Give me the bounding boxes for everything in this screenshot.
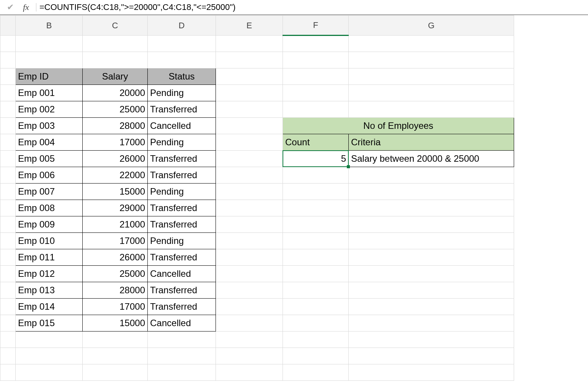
col-header-B[interactable]: B [16, 16, 83, 36]
cell-C18[interactable]: 15000 [83, 316, 147, 330]
cell-D13[interactable]: Pending [148, 234, 216, 248]
col-header-C[interactable]: C [83, 16, 148, 36]
cell-B6[interactable]: Emp 003 [16, 119, 82, 133]
cell-B12[interactable]: Emp 009 [16, 218, 82, 231]
cell-D5[interactable]: Transferred [148, 102, 216, 116]
cell-C3[interactable]: Salary [83, 70, 147, 83]
cell-F6[interactable]: No of Employees [283, 119, 514, 133]
cell-B5[interactable]: Emp 002 [16, 102, 82, 116]
cell-D3[interactable]: Status [148, 70, 216, 83]
spreadsheet-grid[interactable]: B C D E F G Emp ID Salary Status Emp 001… [0, 15, 588, 381]
cell-B8[interactable]: Emp 005 [16, 152, 82, 166]
cell-C10[interactable]: 15000 [83, 185, 147, 198]
cell-D12[interactable]: Transferred [148, 218, 216, 231]
cell-C15[interactable]: 25000 [83, 267, 147, 281]
col-header-E[interactable]: E [216, 16, 283, 36]
cell-D9[interactable]: Transferred [148, 168, 216, 182]
cell-C11[interactable]: 29000 [83, 201, 147, 215]
cell-C12[interactable]: 21000 [83, 218, 147, 231]
cell-C4[interactable]: 20000 [83, 86, 147, 100]
cell-C7[interactable]: 17000 [83, 135, 147, 149]
cell-B13[interactable]: Emp 010 [16, 234, 82, 248]
cell-B7[interactable]: Emp 004 [16, 135, 82, 149]
corner-cell[interactable] [0, 16, 16, 36]
cell-D15[interactable]: Cancelled [148, 267, 216, 281]
cell-B15[interactable]: Emp 012 [16, 267, 82, 281]
cell-C6[interactable]: 28000 [83, 119, 147, 133]
cell-C14[interactable]: 26000 [83, 250, 147, 264]
col-header-D[interactable]: D [148, 16, 216, 36]
formula-bar: ✔ fx =COUNTIFS(C4:C18,">=20000",C4:C18,"… [0, 0, 588, 15]
cell-D16[interactable]: Transferred [148, 283, 216, 297]
cell-B3[interactable]: Emp ID [16, 70, 82, 83]
cell-D7[interactable]: Pending [148, 135, 216, 149]
cell-B10[interactable]: Emp 007 [16, 185, 82, 198]
cell-D11[interactable]: Transferred [148, 201, 216, 215]
col-header-G[interactable]: G [349, 16, 514, 36]
cell-C5[interactable]: 25000 [83, 102, 147, 116]
cell-D17[interactable]: Transferred [148, 300, 216, 314]
cell-D6[interactable]: Cancelled [148, 119, 216, 133]
cell-C8[interactable]: 26000 [83, 152, 147, 166]
cell-B11[interactable]: Emp 008 [16, 201, 82, 215]
cell-C13[interactable]: 17000 [83, 234, 147, 248]
col-header-F[interactable]: F [283, 16, 349, 36]
cell-D14[interactable]: Transferred [148, 250, 216, 264]
cell-B16[interactable]: Emp 013 [16, 283, 82, 297]
cell-B4[interactable]: Emp 001 [16, 86, 82, 100]
cell-B9[interactable]: Emp 006 [16, 168, 82, 182]
cell-D10[interactable]: Pending [148, 185, 216, 198]
cell-D8[interactable]: Transferred [148, 152, 216, 166]
confirm-check-icon[interactable]: ✔ [7, 2, 14, 12]
cell-G7[interactable]: Criteria [349, 135, 514, 149]
cell-B17[interactable]: Emp 014 [16, 300, 82, 314]
formula-input[interactable]: =COUNTIFS(C4:C18,">=20000",C4:C18,"<=250… [39, 2, 235, 12]
cell-F7[interactable]: Count [283, 135, 348, 149]
cell-D18[interactable]: Cancelled [148, 316, 216, 330]
cell-D4[interactable]: Pending [148, 86, 216, 100]
cell-F8[interactable]: 5 [283, 151, 349, 167]
cell-C9[interactable]: 22000 [83, 168, 147, 182]
column-header-row: B C D E F G [0, 16, 514, 36]
cell-G8[interactable]: Salary between 20000 & 25000 [349, 152, 514, 166]
divider [36, 3, 36, 11]
cell-C17[interactable]: 17000 [83, 300, 147, 314]
fill-handle[interactable] [347, 165, 350, 168]
fx-label[interactable]: fx [23, 2, 29, 12]
cell-C16[interactable]: 28000 [83, 283, 147, 297]
cell-B14[interactable]: Emp 011 [16, 250, 82, 264]
cell-B18[interactable]: Emp 015 [16, 316, 82, 330]
